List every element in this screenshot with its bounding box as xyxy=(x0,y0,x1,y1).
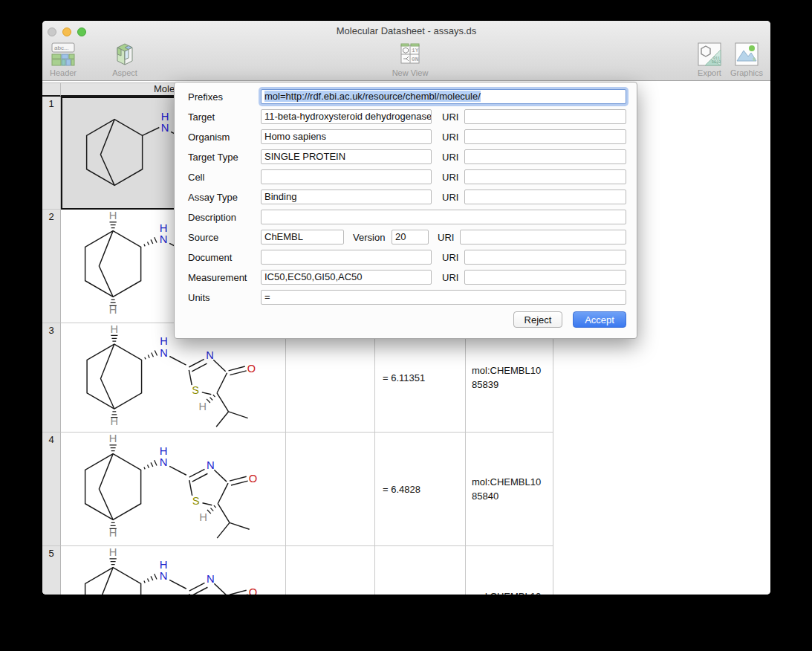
form-row-source: Source ChEMBL Version 20 URI xyxy=(188,230,626,244)
table-cell[interactable] xyxy=(375,546,466,595)
toolbar-button-header[interactable]: abc... Header xyxy=(42,41,84,77)
target-type-uri-input[interactable] xyxy=(464,149,626,164)
molecule-ref-text: mol:CHEMBL10 xyxy=(472,589,543,595)
form-row-target-type: Target Type SINGLE PROTEIN URI xyxy=(188,149,626,164)
form-row-cell: Cell URI xyxy=(188,169,626,184)
uri-label: URI xyxy=(442,272,461,283)
toolbar-label-aspect: Aspect xyxy=(112,68,137,77)
dialog-buttons: Reject Accept xyxy=(188,311,626,328)
target-label: Target xyxy=(188,111,261,123)
svg-text:0N: 0N xyxy=(412,56,419,62)
row-number[interactable]: 5 xyxy=(42,546,61,595)
document-input[interactable] xyxy=(261,250,432,265)
svg-text:abc...: abc... xyxy=(54,45,69,51)
molecule-structure xyxy=(71,547,279,595)
table-cell[interactable]: mol:CHEMBL10 xyxy=(466,546,553,595)
accept-button[interactable]: Accept xyxy=(573,311,626,328)
source-input[interactable]: ChEMBL xyxy=(261,230,344,244)
row-number[interactable]: 4 xyxy=(42,433,61,546)
target-type-input[interactable]: SINGLE PROTEIN xyxy=(261,149,432,164)
table-cell[interactable]: = 6.4828 xyxy=(375,433,466,546)
form-row-measurement: Measurement IC50,EC50,GI50,AC50 URI xyxy=(188,270,626,285)
organism-label: Organism xyxy=(188,132,261,143)
toolbar-label-graphics: Graphics xyxy=(730,68,763,77)
toolbar-button-graphics[interactable]: Graphics xyxy=(724,41,770,77)
uri-label: URI xyxy=(442,111,461,123)
window-title: Molecular Datasheet - assays.ds xyxy=(109,25,704,36)
molecule-structure xyxy=(71,433,279,543)
reject-button[interactable]: Reject xyxy=(513,311,562,328)
row-number-header xyxy=(42,82,61,97)
app-window: Molecular Datasheet - assays.ds abc... H… xyxy=(42,21,770,595)
measurement-uri-input[interactable] xyxy=(464,270,626,285)
aspect-icon xyxy=(104,41,146,68)
row-number[interactable]: 3 xyxy=(42,323,61,433)
form-row-document: Document URI xyxy=(188,250,626,265)
form-row-units: Units = xyxy=(188,290,626,305)
assay-properties-dialog: Prefixes mol=http://rdf.ebi.ac.uk/resour… xyxy=(174,82,637,339)
molecule-ref-text: mol:CHEMBL1085839 xyxy=(472,363,543,392)
toolbar-button-new-view[interactable]: 1Y 0N New View xyxy=(384,41,436,77)
toolbar-label-new-view: New View xyxy=(392,68,429,77)
source-uri-input[interactable] xyxy=(460,230,626,244)
uri-label: URI xyxy=(442,132,461,143)
molecule-ref-text: mol:CHEMBL1085840 xyxy=(472,475,543,503)
toolbar-button-aspect[interactable]: Aspect xyxy=(104,41,146,77)
header-icon: abc... xyxy=(42,41,84,68)
table-cell[interactable] xyxy=(286,433,375,546)
graphics-icon xyxy=(724,41,770,68)
cell-uri-input[interactable] xyxy=(464,169,626,184)
units-label: Units xyxy=(188,292,261,303)
uri-label: URI xyxy=(442,192,461,203)
minimize-button[interactable] xyxy=(62,27,71,36)
version-input[interactable]: 20 xyxy=(392,230,429,244)
cell-input[interactable] xyxy=(261,169,432,184)
prefixes-input[interactable]: mol=http://rdf.ebi.ac.uk/resource/chembl… xyxy=(261,89,626,104)
source-label: Source xyxy=(188,232,261,243)
description-input[interactable] xyxy=(261,210,626,224)
uri-label: URI xyxy=(438,232,457,243)
document-uri-input[interactable] xyxy=(464,250,626,265)
toolbar-label-header: Header xyxy=(50,68,77,77)
table-cell[interactable] xyxy=(286,323,375,433)
table-cell[interactable]: mol:CHEMBL1085840 xyxy=(466,433,553,546)
table-cell[interactable]: = 6.11351 xyxy=(375,323,466,433)
value-text: = 6.4828 xyxy=(383,484,420,495)
units-input[interactable]: = xyxy=(261,290,626,305)
molecule-cell[interactable] xyxy=(61,433,286,546)
titlebar-toolbar: Molecular Datasheet - assays.ds abc... H… xyxy=(42,21,770,81)
value-text: = 6.11351 xyxy=(383,372,425,383)
molecule-structure xyxy=(71,324,279,432)
zoom-button[interactable] xyxy=(77,27,86,36)
molecule-cell[interactable] xyxy=(61,323,286,433)
organism-uri-input[interactable] xyxy=(464,129,626,144)
assay-type-uri-input[interactable] xyxy=(464,190,626,204)
table-cell[interactable]: mol:CHEMBL1085839 xyxy=(466,323,553,433)
new-view-icon: 1Y 0N xyxy=(384,41,436,68)
cell-label: Cell xyxy=(188,172,261,183)
description-label: Description xyxy=(188,212,261,223)
form-row-organism: Organism Homo sapiens URI xyxy=(188,129,626,144)
row-number[interactable]: 1 xyxy=(42,97,61,210)
measurement-label: Measurement xyxy=(188,272,261,283)
table-row: 5 mol:CHEMBL10 xyxy=(42,546,553,595)
target-input[interactable]: 11-beta-hydroxysteroid dehydrogenase 1 xyxy=(261,109,432,124)
close-button[interactable] xyxy=(48,27,56,36)
table-cell[interactable] xyxy=(286,546,375,595)
svg-text:1Y: 1Y xyxy=(412,47,419,54)
organism-input[interactable]: Homo sapiens xyxy=(261,129,432,144)
table-row: 4 = 6.4828 mol:CHEMBL1085840 xyxy=(42,433,553,546)
target-type-label: Target Type xyxy=(188,152,261,163)
toolbar-label-export: Export xyxy=(698,68,721,77)
document-label: Document xyxy=(188,252,261,263)
form-row-prefixes: Prefixes mol=http://rdf.ebi.ac.uk/resour… xyxy=(188,89,626,104)
form-row-description: Description xyxy=(188,210,626,224)
assay-type-label: Assay Type xyxy=(188,192,261,203)
uri-label: URI xyxy=(442,252,461,263)
row-number[interactable]: 2 xyxy=(42,210,61,323)
assay-type-input[interactable]: Binding xyxy=(261,190,432,204)
target-uri-input[interactable] xyxy=(464,109,626,124)
molecule-cell[interactable] xyxy=(61,546,286,595)
measurement-input[interactable]: IC50,EC50,GI50,AC50 xyxy=(261,270,432,285)
table-row: 3 = 6.11351 mol:CHEMBL1085839 xyxy=(42,323,553,433)
